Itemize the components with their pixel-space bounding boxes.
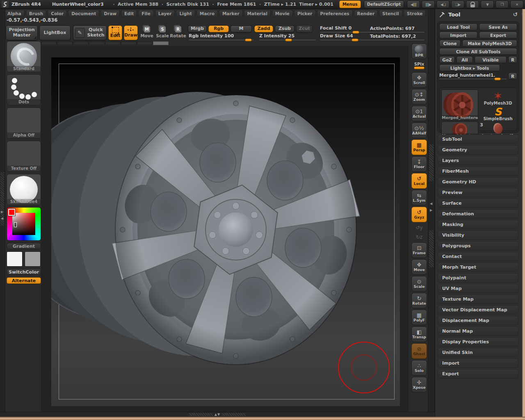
tool-section[interactable]: Contact: [438, 252, 518, 261]
spix-slider[interactable]: SPix: [411, 60, 427, 71]
material-thumbnail[interactable]: SkinShade4: [7, 174, 41, 205]
tool-r-button[interactable]: R: [508, 73, 517, 80]
split-left-button[interactable]: ◀||||: [407, 0, 420, 8]
tool-section[interactable]: Import: [438, 358, 518, 368]
draw-button[interactable]: Draw: [124, 25, 138, 40]
menu-item[interactable]: Alpha: [4, 10, 25, 17]
actual-button[interactable]: ⊙1 Actual: [411, 106, 427, 121]
default-zscript-button[interactable]: DefaultZScript: [364, 0, 404, 8]
polyf-button[interactable]: ▦ PolyF: [411, 310, 427, 325]
menu-item[interactable]: Render: [354, 10, 378, 17]
rotate-3d-button[interactable]: ↻ Rotate: [411, 293, 427, 308]
tool-section[interactable]: Texture Map: [438, 294, 518, 304]
tab-segment[interactable]: [137, 41, 153, 45]
split-right-button[interactable]: ||||▶: [422, 0, 435, 8]
menu-item[interactable]: Color: [48, 10, 67, 17]
tool-section[interactable]: Vector Displacement Map: [438, 305, 518, 315]
scale-button[interactable]: S Scale: [155, 26, 170, 38]
slider-handle[interactable]: [352, 39, 358, 41]
ghost-button[interactable]: ⊘ Ghost: [411, 343, 427, 359]
tab-segment[interactable]: [121, 41, 137, 45]
menu-item[interactable]: Movie: [272, 10, 293, 17]
tab-segment[interactable]: [89, 41, 105, 45]
lock-button[interactable]: [466, 0, 479, 8]
polymesh3d-tool[interactable]: ✶ PolyMesh3D: [479, 91, 517, 105]
drag-handle[interactable]: [429, 231, 434, 267]
tool-section[interactable]: Polygroups: [438, 241, 518, 251]
document-canvas[interactable]: [41, 46, 409, 412]
color-picker[interactable]: [7, 207, 41, 241]
zbrush-document[interactable]: [51, 57, 400, 406]
tab-segment[interactable]: [73, 41, 89, 45]
current-stroke-thumbnail[interactable]: Dots: [7, 74, 41, 105]
menu-item[interactable]: Stroke: [404, 10, 426, 17]
tool-section[interactable]: Display Properties: [438, 337, 518, 347]
dock-left-button[interactable]: ◀❏: [436, 0, 450, 8]
menu-item[interactable]: Light: [176, 10, 195, 17]
rgb-intensity-slider[interactable]: Rgb Intensity 100: [189, 33, 253, 40]
expand-right-icon[interactable]: ▶: [1, 210, 3, 214]
menu-item[interactable]: File: [138, 10, 154, 17]
m-button[interactable]: M: [231, 25, 252, 32]
tool-section[interactable]: SubTool: [438, 135, 518, 144]
tab-segment[interactable]: [57, 41, 73, 45]
tool-section[interactable]: Geometry: [438, 145, 518, 155]
restore-button[interactable]: ❐: [495, 0, 509, 8]
mrgb-button[interactable]: Mrgb: [188, 25, 207, 32]
load-tool-button[interactable]: Load Tool: [439, 23, 477, 30]
menu-item[interactable]: Draw: [100, 10, 120, 17]
menu-item[interactable]: Document: [68, 10, 99, 17]
scroll-button[interactable]: ✥ Scroll: [411, 72, 427, 88]
dock-right-button[interactable]: ❏▶: [451, 0, 464, 8]
expand-right-icon[interactable]: ▶: [430, 208, 432, 212]
local-button[interactable]: ↺ Local: [411, 173, 427, 189]
tab-segment[interactable]: [105, 41, 121, 45]
tool-section[interactable]: UV Map: [438, 284, 518, 293]
menu-item[interactable]: Material: [244, 10, 271, 17]
menu-item[interactable]: Stencil: [379, 10, 402, 17]
bottom-tray-divider[interactable]: ▲▼: [0, 412, 435, 417]
tool-section[interactable]: Normal Map: [438, 326, 518, 336]
slider-handle[interactable]: [245, 39, 252, 41]
tool-palette-header[interactable]: Tool ↺: [435, 9, 522, 20]
lsym-button[interactable]: ⇆ L.Sym: [411, 190, 427, 205]
tool-section[interactable]: Masking: [438, 220, 518, 229]
floor-button[interactable]: ↧ Floor: [411, 156, 427, 172]
rgb-button[interactable]: Rgb: [208, 25, 229, 32]
clone-all-subtools-button[interactable]: Clone All SubTools: [439, 48, 517, 55]
restore-configuration-icon[interactable]: ↺: [513, 11, 518, 18]
lightbox-tools-button[interactable]: Lightbox ▸ Tools: [439, 64, 500, 71]
export-button[interactable]: Export: [479, 32, 517, 39]
tab-segment-active[interactable]: [153, 41, 169, 45]
collapse-left-icon[interactable]: ◀: [1, 217, 3, 220]
zadd-button[interactable]: Zadd: [254, 25, 273, 32]
tool-section[interactable]: Unified Skin: [438, 348, 518, 357]
texture-thumbnail[interactable]: Texture Off: [7, 141, 41, 172]
expand-collapse-icons[interactable]: ▲▼: [215, 413, 220, 416]
collapse-left-icon[interactable]: ◀: [430, 202, 432, 205]
left-tray-divider[interactable]: ▶ ◀: [0, 9, 5, 417]
tool-section[interactable]: Morph Target: [438, 262, 518, 272]
simplebrush-tool[interactable]: S SimpleBrush: [479, 107, 517, 121]
active-tool-slider[interactable]: Merged_hunterwheel1.: [439, 73, 507, 80]
alternate-button[interactable]: Alternate: [7, 277, 41, 284]
projection-master-button[interactable]: Projection Master: [6, 25, 38, 40]
tool-section[interactable]: Export: [438, 369, 518, 379]
aahalf-button[interactable]: ⊙½ AAHalf: [411, 123, 427, 138]
slider-handle[interactable]: [494, 78, 501, 80]
drag-handle[interactable]: [189, 413, 213, 416]
switch-color-button[interactable]: SwitchColor: [7, 269, 41, 275]
menu-item[interactable]: Macro: [196, 10, 218, 17]
alpha-thumbnail[interactable]: Alpha Off: [7, 107, 41, 139]
goz-r-button[interactable]: R: [508, 56, 517, 63]
zoom-button[interactable]: ⊙↕ Zoom: [411, 89, 427, 105]
menus-button[interactable]: Menus: [339, 0, 361, 8]
goz-visible-button[interactable]: Visible: [475, 56, 507, 63]
menu-item[interactable]: Layer: [155, 10, 175, 17]
tool-section[interactable]: Surface: [438, 199, 518, 208]
tool-section[interactable]: Displacement Map: [438, 316, 518, 325]
move-3d-button[interactable]: ✥ Move: [411, 259, 427, 275]
rotate-y-button[interactable]: ↺y: [411, 224, 427, 232]
edit-button[interactable]: Edit: [108, 25, 122, 40]
tool-section[interactable]: Polypaint: [438, 273, 518, 283]
